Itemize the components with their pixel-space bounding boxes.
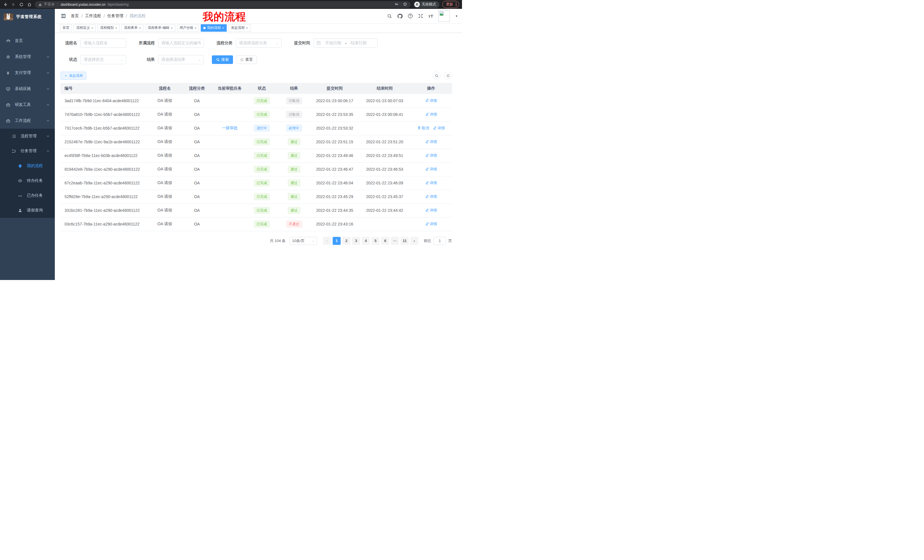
not-secure-label[interactable]: 不安全 bbox=[44, 2, 55, 7]
avatar-caret-icon[interactable]: ▼ bbox=[455, 15, 458, 18]
sidebar-item-home[interactable]: 首页 bbox=[0, 33, 55, 49]
robot-icon bbox=[18, 163, 22, 168]
process-name-input[interactable]: 请输入流程名 bbox=[81, 39, 126, 48]
sidebar-item-dev-tools[interactable]: 研发工具 bbox=[0, 97, 55, 113]
password-key-icon[interactable] bbox=[394, 2, 399, 7]
breadcrumb-home[interactable]: 首页 bbox=[71, 13, 79, 18]
close-icon[interactable]: × bbox=[115, 26, 117, 30]
pager-ellipsis[interactable]: ··· bbox=[391, 237, 399, 245]
refresh-table-button[interactable] bbox=[444, 72, 452, 79]
create-process-button[interactable]: ＋ 发起流程 bbox=[60, 72, 86, 79]
row-actions: 详情 bbox=[410, 108, 452, 121]
browser-menu-icon[interactable] bbox=[456, 3, 457, 6]
submit-time-range-picker[interactable]: 开始日期 - 结束日期 bbox=[314, 39, 378, 48]
tab-流程表单-编辑[interactable]: 流程表单-编辑× bbox=[145, 24, 175, 32]
breadcrumb-workflow[interactable]: 工作流程 bbox=[85, 13, 101, 18]
fullscreen-icon[interactable] bbox=[418, 13, 423, 19]
sidebar-item-my-process[interactable]: 我的流程 bbox=[0, 159, 55, 173]
status-badge: 已完成 bbox=[254, 111, 270, 118]
detail-action-link[interactable]: 详情 bbox=[426, 153, 437, 158]
tab-用户分组[interactable]: 用户分组× bbox=[177, 24, 199, 32]
sidebar-item-infrastructure[interactable]: 基础设施 bbox=[0, 81, 55, 97]
page-button-6[interactable]: 6 bbox=[381, 237, 389, 245]
cancel-action-link[interactable]: 取消 bbox=[417, 126, 429, 131]
sidebar-item-done-task[interactable]: 已办任务 bbox=[0, 188, 55, 203]
show-search-toggle-button[interactable] bbox=[433, 72, 441, 79]
end-time: 2022-01-22 23:45:37 bbox=[359, 190, 410, 204]
address-bar[interactable]: 不安全 dashboard.yudao.iocoder.cn/bpm/task/… bbox=[35, 1, 411, 8]
page-button-3[interactable]: 3 bbox=[352, 237, 360, 245]
page-button-5[interactable]: 5 bbox=[372, 237, 380, 245]
row-actions: 详情 bbox=[410, 190, 452, 204]
edit-icon bbox=[426, 208, 429, 213]
user-avatar[interactable] bbox=[438, 10, 450, 22]
tab-发起流程[interactable]: 发起流程× bbox=[228, 24, 250, 32]
bookmark-star-icon[interactable] bbox=[403, 2, 407, 7]
detail-action-link[interactable]: 详情 bbox=[426, 194, 437, 199]
page-button-4[interactable]: 4 bbox=[362, 237, 370, 245]
breadcrumb-task-mgmt[interactable]: 任务管理 bbox=[107, 13, 123, 18]
search-button[interactable]: 搜索 bbox=[212, 55, 233, 64]
close-icon[interactable]: × bbox=[195, 26, 196, 30]
sidebar-item-system-mgmt[interactable]: 系统管理 bbox=[0, 49, 55, 65]
submit-time: 2022-01-22 23:46:47 bbox=[310, 162, 359, 176]
detail-action-link[interactable]: 详情 bbox=[426, 222, 437, 227]
tab-流程表单[interactable]: 流程表单× bbox=[122, 24, 143, 32]
help-icon[interactable] bbox=[408, 13, 413, 19]
detail-action-link[interactable]: 详情 bbox=[426, 98, 437, 103]
next-page-button[interactable]: › bbox=[410, 237, 418, 245]
status-select[interactable]: 请选择状态⌄ bbox=[81, 55, 126, 64]
detail-action-link[interactable]: 详情 bbox=[426, 180, 437, 186]
page-button-1[interactable]: 1 bbox=[333, 237, 340, 245]
sidebar-item-process-mgmt[interactable]: 流程管理 bbox=[0, 129, 55, 144]
current-task-link[interactable]: 一级审批 bbox=[222, 126, 238, 130]
github-icon[interactable] bbox=[397, 13, 403, 19]
detail-action-link[interactable]: 详情 bbox=[426, 139, 437, 144]
sidebar-item-todo-task[interactable]: 待办任务 bbox=[0, 173, 55, 188]
tab-流程定义[interactable]: 流程定义× bbox=[74, 24, 96, 32]
process-name: OA 请假 bbox=[149, 135, 180, 149]
app-logo-row[interactable]: 芋道管理系统 bbox=[0, 9, 55, 25]
close-icon[interactable]: × bbox=[246, 26, 248, 30]
tab-我的流程[interactable]: 我的流程× bbox=[201, 24, 226, 32]
detail-action-link[interactable]: 详情 bbox=[433, 126, 445, 131]
close-icon[interactable]: × bbox=[92, 26, 93, 30]
sidebar-collapse-icon[interactable] bbox=[60, 13, 66, 19]
result-select[interactable]: 请选择流结果⌄ bbox=[158, 55, 204, 64]
gear-icon bbox=[6, 54, 10, 59]
sidebar-item-task-mgmt[interactable]: 任务管理 bbox=[0, 144, 55, 159]
sidebar-item-workflow[interactable]: 工作流程 bbox=[0, 113, 55, 129]
detail-action-link[interactable]: 详情 bbox=[426, 112, 437, 117]
page-button-11[interactable]: 11 bbox=[400, 237, 409, 245]
start-date-placeholder[interactable]: 开始日期 bbox=[325, 40, 341, 46]
browser-forward-icon[interactable] bbox=[11, 2, 16, 7]
tab-流程模型[interactable]: 流程模型× bbox=[98, 24, 119, 32]
sidebar-item-payment-mgmt[interactable]: ¥支付管理 bbox=[0, 65, 55, 81]
prev-page-button[interactable]: ‹ bbox=[323, 237, 331, 245]
browser-update-button[interactable]: 更新 bbox=[442, 1, 459, 8]
close-icon[interactable]: × bbox=[222, 26, 224, 30]
category-select[interactable]: 请选择流程分类⌄ bbox=[236, 39, 282, 48]
browser-back-icon[interactable] bbox=[3, 2, 8, 7]
reset-button[interactable]: 重置 bbox=[236, 55, 257, 64]
sidebar-item-leave-query[interactable]: 请假查询 bbox=[0, 203, 55, 218]
detail-action-link[interactable]: 详情 bbox=[426, 208, 437, 213]
browser-home-icon[interactable] bbox=[27, 2, 32, 7]
column-header: 状态 bbox=[246, 83, 278, 94]
font-size-icon[interactable]: ᴛT bbox=[428, 13, 434, 19]
detail-action-link[interactable]: 详情 bbox=[426, 167, 437, 172]
tab-首页[interactable]: 首页 bbox=[60, 24, 72, 32]
page-size-select[interactable]: 10条/页⌄ bbox=[290, 237, 317, 245]
close-icon[interactable]: × bbox=[171, 26, 172, 30]
goto-page-input[interactable]: 1 bbox=[434, 237, 446, 245]
process-definition-input[interactable]: 请输入流程定义的编号 bbox=[158, 39, 204, 48]
close-icon[interactable]: × bbox=[139, 26, 141, 30]
table-row: 3ad174fb-7b9d-11ec-8404-acde48001122OA 请… bbox=[60, 94, 452, 108]
header-search-icon[interactable] bbox=[387, 13, 392, 19]
process-name: OA 请假 bbox=[149, 204, 180, 217]
url-host[interactable]: dashboard.yudao.iocoder.cn bbox=[61, 3, 106, 7]
end-date-placeholder[interactable]: 结束日期 bbox=[351, 40, 367, 46]
page-button-2[interactable]: 2 bbox=[342, 237, 350, 245]
app-title: 芋道管理系统 bbox=[16, 14, 42, 19]
browser-reload-icon[interactable] bbox=[19, 2, 24, 7]
